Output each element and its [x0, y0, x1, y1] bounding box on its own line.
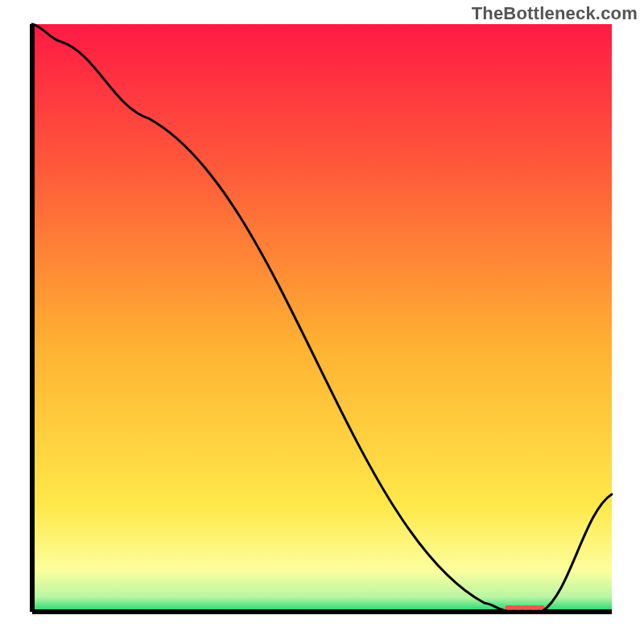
watermark-text: TheBottleneck.com	[472, 3, 638, 24]
chart-svg	[0, 0, 644, 644]
chart-container: TheBottleneck.com	[0, 0, 644, 644]
plot-background	[32, 24, 612, 612]
